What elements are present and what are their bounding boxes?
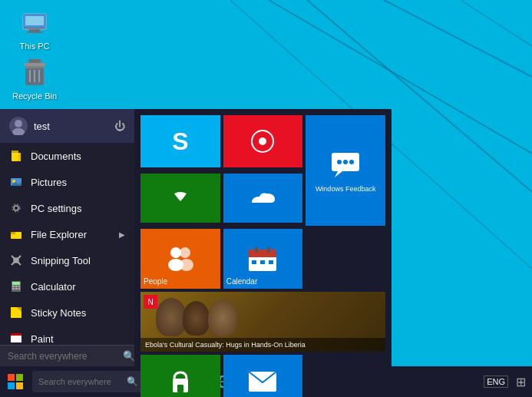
pictures-icon <box>9 175 23 189</box>
sticky-notes-icon <box>9 306 23 319</box>
tile-windows-feedback[interactable]: Windows Feedback <box>306 115 385 226</box>
calculator-icon <box>9 280 23 293</box>
svg-rect-74 <box>16 382 23 389</box>
svg-point-55 <box>349 160 354 164</box>
store-icon <box>167 368 194 395</box>
start-user-section: test ⏻ <box>0 109 134 143</box>
pictures-label: Pictures <box>31 177 67 188</box>
svg-rect-71 <box>8 374 15 381</box>
paint-icon <box>9 332 23 345</box>
onedrive-icon <box>249 189 276 207</box>
desktop: This PC Recycle Bin www.wi-home.NET <box>0 0 532 397</box>
sticky-notes-label: Sticky Notes <box>31 307 86 319</box>
keyboard-layout-icon[interactable]: ENG <box>484 375 508 388</box>
svg-rect-43 <box>11 333 21 336</box>
windows-feedback-label: Windows Feedback <box>316 185 376 193</box>
svg-rect-34 <box>12 286 15 287</box>
tile-xbox[interactable] <box>140 174 220 223</box>
tile-people[interactable]: People <box>140 229 220 289</box>
news-icon: N <box>144 295 157 309</box>
svg-rect-38 <box>15 288 18 289</box>
svg-point-53 <box>337 160 342 164</box>
this-pc-icon[interactable]: This PC <box>8 8 61 51</box>
calculator-label: Calculator <box>31 281 76 293</box>
start-button[interactable] <box>0 366 31 397</box>
taskbar-search-icon: 🔍 <box>127 376 138 387</box>
svg-rect-20 <box>12 151 18 153</box>
documents-label: Documents <box>31 151 81 162</box>
taskbar-search-box[interactable]: 🔍 <box>32 371 147 392</box>
user-name: test <box>34 121 50 132</box>
skype-icon: S <box>172 127 188 156</box>
menu-item-calculator[interactable]: Calculator <box>0 273 134 299</box>
this-pc-image <box>19 8 50 38</box>
mail-icon <box>247 370 278 393</box>
start-menu-items-list: Documents Pictures <box>0 143 134 345</box>
menu-item-snipping-tool[interactable]: Snipping Tool <box>0 247 134 273</box>
tile-onedrive[interactable] <box>223 174 303 223</box>
people-icon <box>164 245 197 273</box>
documents-icon <box>9 149 23 163</box>
svg-point-60 <box>180 259 193 271</box>
svg-point-57 <box>170 247 181 258</box>
svg-line-2 <box>384 0 532 77</box>
svg-rect-64 <box>267 246 270 253</box>
menu-item-file-explorer[interactable]: File Explorer ▶ <box>0 221 134 247</box>
svg-point-59 <box>180 247 190 258</box>
pc-settings-label: PC settings <box>31 203 81 214</box>
svg-rect-62 <box>249 250 276 257</box>
power-button[interactable]: ⏻ <box>114 120 125 132</box>
notification-area: ⊞ <box>516 375 526 389</box>
menu-item-paint[interactable]: Paint <box>0 326 134 345</box>
recycle-bin-label: Recycle Bin <box>12 91 57 101</box>
svg-point-18 <box>12 128 25 135</box>
svg-rect-9 <box>27 31 42 33</box>
groove-icon <box>249 127 276 155</box>
calendar-label: Calendar <box>226 277 258 286</box>
snipping-tool-icon <box>9 253 23 267</box>
calendar-icon <box>246 243 279 274</box>
svg-point-25 <box>14 206 18 210</box>
svg-rect-13 <box>24 63 45 66</box>
menu-item-pc-settings[interactable]: PC settings <box>0 195 134 221</box>
this-pc-label: This PC <box>19 41 49 51</box>
svg-rect-63 <box>255 246 258 253</box>
menu-item-documents[interactable]: Documents <box>0 143 134 169</box>
taskbar-right-area: ENG ⊞ <box>484 375 532 389</box>
menu-item-pictures[interactable]: Pictures <box>0 169 134 195</box>
recycle-bin-icon[interactable]: Recycle Bin <box>8 58 61 101</box>
paint-label: Paint <box>31 333 54 345</box>
start-menu: test ⏻ Documents <box>0 109 392 366</box>
svg-marker-52 <box>335 171 342 177</box>
tile-mail[interactable]: Mail <box>223 355 303 397</box>
svg-rect-67 <box>269 260 273 264</box>
svg-rect-72 <box>16 374 23 381</box>
start-search-bar[interactable]: 🔍 <box>0 345 134 366</box>
svg-rect-35 <box>15 286 18 287</box>
recycle-bin-image <box>19 58 50 88</box>
windows-logo <box>7 373 24 390</box>
tile-news[interactable]: N Ebola's Cultural Casualty: Hugs in Han… <box>140 292 385 352</box>
svg-rect-7 <box>25 16 44 25</box>
tile-calendar[interactable]: Calendar <box>223 229 303 289</box>
tile-skype[interactable]: S <box>140 115 220 167</box>
file-explorer-icon <box>9 227 23 241</box>
snipping-tool-label: Snipping Tool <box>31 255 91 266</box>
people-label: People <box>144 277 167 286</box>
svg-line-4 <box>461 0 532 46</box>
tile-store[interactable]: Store <box>140 355 220 397</box>
svg-point-54 <box>343 160 348 164</box>
svg-rect-65 <box>252 260 256 264</box>
svg-rect-28 <box>11 232 15 234</box>
menu-item-sticky-notes[interactable]: Sticky Notes <box>0 299 134 326</box>
svg-point-50 <box>259 137 266 145</box>
start-search-input[interactable] <box>8 351 123 362</box>
file-explorer-label: File Explorer <box>31 229 87 240</box>
svg-point-23 <box>12 180 15 183</box>
tile-groove[interactable] <box>223 115 303 167</box>
svg-point-17 <box>15 120 22 127</box>
svg-rect-12 <box>28 59 41 63</box>
taskbar-search-input[interactable] <box>38 377 127 386</box>
svg-rect-36 <box>18 286 20 287</box>
svg-rect-37 <box>12 288 15 289</box>
